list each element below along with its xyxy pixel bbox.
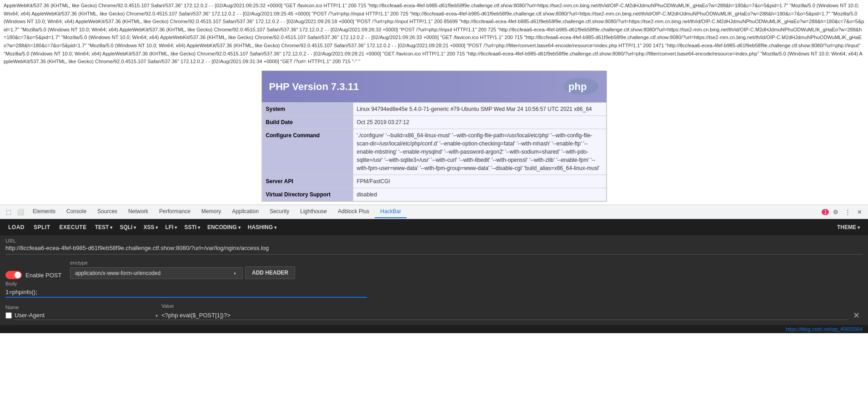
execute-button[interactable]: EXECUTE — [55, 222, 91, 233]
lfi-arrow: ▾ — [175, 225, 177, 230]
tab-application[interactable]: Application — [226, 205, 264, 218]
close-devtools-btn[interactable]: ✕ — [855, 207, 864, 217]
php-table-value: disabled — [353, 188, 606, 201]
tab-lighthouse[interactable]: Lighthouse — [295, 205, 332, 218]
test-label: TEST — [95, 224, 109, 230]
value-input[interactable] — [161, 311, 848, 320]
tab-performance[interactable]: Performance — [154, 205, 196, 218]
php-table-value: FPM/FastCGI — [353, 175, 606, 188]
tab-memory[interactable]: Memory — [196, 205, 226, 218]
php-table-value: Linux 94794ed8e45e 5.4.0-71-generic #79-… — [353, 102, 606, 115]
hackbar-url-section: URL http://8ccfeaa6-ecea-4fef-b985-d61f9… — [0, 235, 868, 256]
name-field-label: Name — [5, 305, 158, 310]
device-icon-btn[interactable]: ⬜ — [15, 207, 26, 217]
tab-adblock-plus[interactable]: Adblock Plus — [332, 205, 375, 218]
load-button[interactable]: LOAD — [4, 222, 29, 233]
post-controls-row: Enable POST enctype application/x-www-fo… — [0, 256, 868, 281]
test-arrow: ▾ — [110, 225, 112, 230]
browser-page-content: AppleWebKit/537.36 (KHTML, like Gecko) C… — [0, 0, 868, 205]
xss-arrow: ▾ — [156, 225, 158, 230]
enctype-select-wrapper: application/x-www-form-urlencodedmultipa… — [70, 267, 236, 279]
encoding-dropdown[interactable]: ENCODING ▾ — [204, 222, 244, 233]
devtools-tabs: ElementsConsoleSourcesNetworkPerformance… — [27, 205, 821, 218]
xss-label: XSS — [143, 224, 154, 230]
php-info-table: SystemLinux 94794ed8e45e 5.4.0-71-generi… — [262, 102, 607, 201]
encoding-arrow: ▾ — [238, 225, 241, 230]
value-section: Value ✕ — [161, 303, 863, 321]
sqli-dropdown[interactable]: SQLI ▾ — [116, 222, 140, 233]
theme-label: THEME — [837, 224, 856, 230]
ssti-label: SSTI — [184, 224, 196, 230]
php-table-value: './configure' '--build=x86_64-linux-musl… — [353, 129, 606, 175]
status-bar: https://blog.csdn.net/qq_45655564 — [0, 325, 868, 333]
log-output: AppleWebKit/537.36 (KHTML, like Gecko) C… — [4, 2, 864, 66]
tab-elements[interactable]: Elements — [27, 205, 61, 218]
devtools-right-controls: 1 ⚙ ⋮ ✕ — [822, 207, 864, 217]
php-table-label: Build Date — [262, 115, 353, 129]
enable-post-toggle[interactable] — [5, 271, 22, 279]
php-table-label: Server API — [262, 175, 353, 188]
add-header-button[interactable]: ADD HEADER — [245, 266, 295, 279]
name-section: Name User-Agent X-Forwarded-For Referer … — [5, 305, 158, 320]
xss-dropdown[interactable]: XSS ▾ — [140, 222, 161, 233]
hackbar-toolbar: LOAD SPLIT EXECUTE TEST ▾ SQLI ▾ XSS ▾ L… — [0, 219, 868, 235]
enctype-label: enctype — [70, 260, 236, 265]
php-logo: php — [563, 76, 599, 97]
encoding-label: ENCODING — [207, 224, 237, 230]
php-table-value: Oct 25 2019 03:27:12 — [353, 115, 606, 129]
enable-post-label: Enable POST — [25, 272, 62, 279]
value-field-label: Value — [161, 303, 863, 309]
tab-security[interactable]: Security — [264, 205, 295, 218]
name-select[interactable]: User-Agent X-Forwarded-For Referer Cooki… — [15, 311, 160, 320]
devtools-bar: ⬚ ⬜ ElementsConsoleSourcesNetworkPerform… — [0, 205, 868, 219]
lfi-label: LFI — [165, 224, 173, 230]
settings-icon-btn[interactable]: ⚙ — [831, 207, 841, 217]
header-row: Name User-Agent X-Forwarded-For Referer … — [0, 301, 868, 325]
php-version-title: PHP Version 7.3.11 — [269, 79, 359, 94]
inspect-icon-btn[interactable]: ⬚ — [4, 207, 14, 217]
split-button[interactable]: SPLIT — [29, 222, 55, 233]
tab-network[interactable]: Network — [123, 205, 154, 218]
hashing-arrow: ▾ — [274, 225, 276, 230]
tab-console[interactable]: Console — [61, 205, 92, 218]
ssti-dropdown[interactable]: SSTI ▾ — [181, 222, 204, 233]
enctype-section: enctype application/x-www-form-urlencode… — [70, 260, 236, 279]
php-table-label: Virtual Directory Support — [262, 188, 353, 201]
more-icon-btn[interactable]: ⋮ — [843, 207, 853, 217]
php-table-label: System — [262, 102, 353, 115]
name-checkbox-wrapper: User-Agent X-Forwarded-For Referer Cooki… — [5, 311, 158, 320]
toggle-knob — [15, 272, 21, 278]
hashing-label: HASHING — [248, 224, 273, 230]
url-value: http://8ccfeaa6-ecea-4fef-b985-d61f9eb58… — [5, 245, 863, 251]
enable-post-section: Enable POST — [5, 271, 65, 279]
body-label: Body — [5, 281, 863, 286]
test-dropdown[interactable]: TEST ▾ — [91, 222, 116, 233]
body-section: Body — [0, 281, 868, 301]
php-info-panel: PHP Version 7.3.11 php SystemLinux 94794… — [261, 70, 607, 202]
sqli-label: SQLI — [120, 224, 132, 230]
php-header: PHP Version 7.3.11 php — [262, 71, 607, 102]
svg-text:php: php — [568, 81, 587, 92]
close-header-button[interactable]: ✕ — [850, 310, 863, 321]
url-divider — [5, 254, 863, 255]
value-input-wrapper: ✕ — [161, 310, 863, 321]
enctype-select[interactable]: application/x-www-form-urlencodedmultipa… — [70, 267, 243, 279]
hashing-dropdown[interactable]: HASHING ▾ — [244, 222, 280, 233]
hackbar-panel: LOAD SPLIT EXECUTE TEST ▾ SQLI ▾ XSS ▾ L… — [0, 219, 868, 333]
console-badge: 1 — [822, 209, 829, 215]
name-checkbox[interactable] — [5, 312, 12, 319]
php-table-label: Configure Command — [262, 129, 353, 175]
theme-dropdown[interactable]: THEME ▾ — [833, 222, 864, 233]
body-input[interactable] — [5, 287, 367, 298]
ssti-arrow: ▾ — [198, 225, 200, 230]
lfi-dropdown[interactable]: LFI ▾ — [161, 222, 181, 233]
url-label: URL — [5, 238, 863, 244]
sqli-arrow: ▾ — [134, 225, 136, 230]
theme-arrow: ▾ — [858, 225, 860, 230]
tab-hackbar[interactable]: HackBar — [375, 205, 406, 218]
status-bar-link[interactable]: https://blog.csdn.net/qq_45655564 — [786, 326, 863, 332]
tab-sources[interactable]: Sources — [92, 205, 123, 218]
